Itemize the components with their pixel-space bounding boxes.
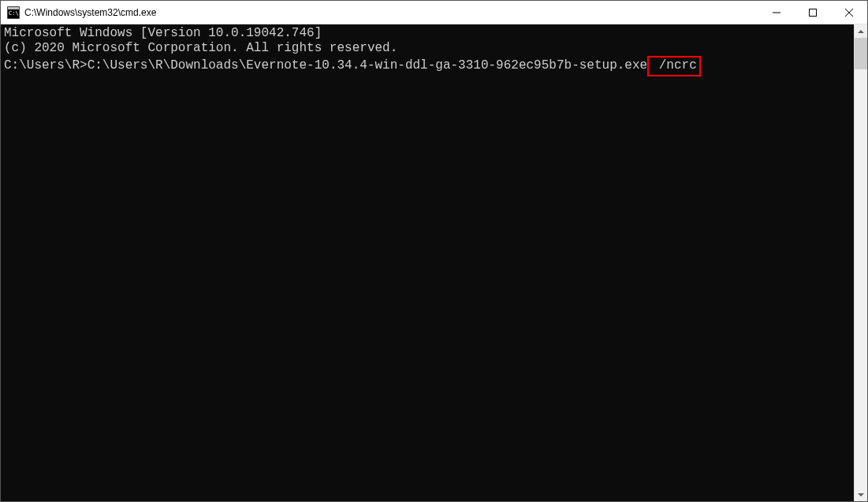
window-controls [758, 1, 867, 24]
svg-rect-1 [8, 7, 19, 9]
cmd-window: C:\ C:\Windows\system32\cmd.exe Microsof… [0, 0, 868, 502]
prompt: C:\Users\R> [4, 58, 88, 73]
terminal-area[interactable]: Microsoft Windows [Version 10.0.19042.74… [1, 24, 854, 501]
terminal-command-line: C:\Users\R>C:\Users\R\Downloads\Evernote… [4, 56, 851, 76]
close-button[interactable] [831, 1, 867, 24]
minimize-button[interactable] [758, 1, 795, 24]
cmd-icon: C:\ [7, 6, 20, 19]
svg-rect-4 [810, 9, 817, 17]
vertical-scrollbar[interactable] [854, 24, 867, 501]
terminal-text: Microsoft Windows [Version 10.0.19042.74… [4, 26, 851, 41]
scrollbar-track[interactable] [855, 38, 867, 488]
svg-text:C:\: C:\ [9, 10, 19, 17]
titlebar[interactable]: C:\ C:\Windows\system32\cmd.exe [1, 1, 867, 24]
svg-marker-7 [858, 30, 864, 33]
svg-marker-8 [858, 493, 864, 496]
highlighted-flag: /ncrc [647, 56, 701, 76]
command-path: C:\Users\R\Downloads\Evernote-10.34.4-wi… [88, 58, 648, 73]
content-wrapper: Microsoft Windows [Version 10.0.19042.74… [1, 24, 867, 501]
scroll-up-arrow-icon[interactable] [855, 24, 867, 38]
terminal-text: (c) 2020 Microsoft Corporation. All righ… [4, 41, 851, 56]
scroll-down-arrow-icon[interactable] [855, 488, 867, 501]
window-title: C:\Windows\system32\cmd.exe [24, 7, 758, 18]
maximize-button[interactable] [795, 1, 831, 24]
scrollbar-thumb[interactable] [855, 38, 867, 69]
